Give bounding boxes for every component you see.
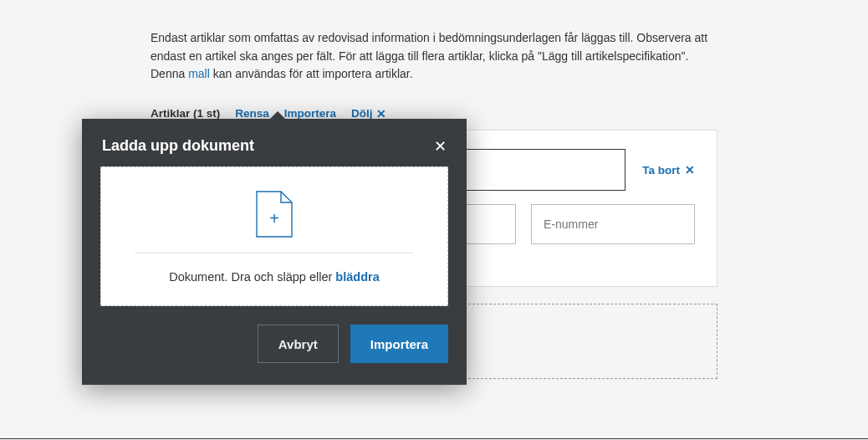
upload-modal: Ladda upp dokument ✕ + Dokument. Dra och… (82, 119, 467, 385)
remove-button[interactable]: Ta bort ✕ (642, 164, 695, 177)
file-plus-icon: + (269, 209, 279, 228)
bottom-border (0, 438, 868, 439)
hide-link[interactable]: Dölj ✕ (351, 107, 386, 120)
enummer-field[interactable]: E-nummer (531, 204, 695, 244)
browse-link[interactable]: bläddra (335, 270, 379, 284)
enummer-placeholder: E-nummer (544, 217, 598, 231)
close-icon: ✕ (685, 164, 695, 176)
dropzone-text-prefix: Dokument. Dra och släpp eller (169, 270, 335, 284)
intro-text: Endast artiklar som omfattas av redovisa… (151, 29, 717, 84)
import-link[interactable]: Importera (284, 107, 336, 120)
clear-link[interactable]: Rensa (235, 107, 269, 120)
import-button[interactable]: Importera (350, 325, 448, 363)
template-link[interactable]: mall (188, 67, 210, 80)
intro-text-after: kan användas för att importera artiklar. (210, 67, 413, 80)
dropzone[interactable]: + Dokument. Dra och släpp eller bläddra (100, 166, 448, 306)
modal-title: Ladda upp dokument (102, 137, 254, 155)
remove-button-label: Ta bort (642, 164, 680, 177)
file-icon: + (256, 191, 293, 238)
modal-close-button[interactable]: ✕ (434, 139, 447, 154)
cancel-button[interactable]: Avbryt (258, 325, 339, 363)
article-toolbar: Artiklar (1 st) Rensa Importera Dölj ✕ (151, 107, 717, 120)
close-icon: ✕ (376, 108, 386, 120)
dropzone-text: Dokument. Dra och släpp eller bläddra (110, 270, 439, 284)
article-count: Artiklar (1 st) (151, 107, 220, 120)
hide-link-label: Dölj (351, 107, 373, 120)
